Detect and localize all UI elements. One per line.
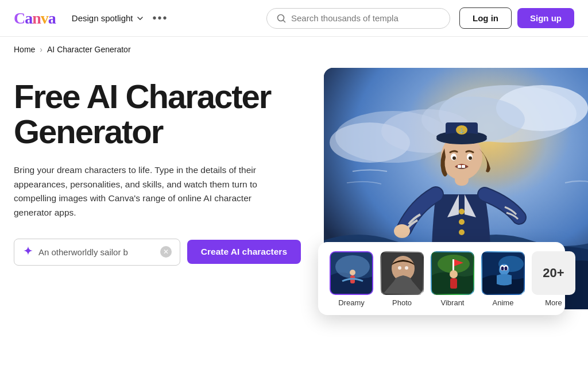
svg-rect-43 — [450, 278, 457, 289]
signup-button[interactable]: Sign up — [517, 8, 574, 28]
style-item-anime[interactable]: Anime — [481, 251, 525, 307]
svg-point-35 — [392, 256, 415, 281]
svg-point-50 — [501, 267, 504, 271]
style-item-more[interactable]: 20+ More — [532, 251, 575, 307]
breadcrumb-chevron: › — [40, 45, 42, 54]
styles-row: Dreamy — [330, 251, 554, 307]
style-thumb-vibrant[interactable] — [431, 251, 474, 295]
prompt-input-wrap[interactable]: ✕ — [14, 239, 180, 266]
left-column: Free AI Character Generator Bring your d… — [14, 68, 301, 266]
svg-rect-30 — [331, 252, 373, 295]
login-button[interactable]: Log in — [459, 7, 512, 29]
style-label-anime: Anime — [493, 298, 514, 307]
header: Canva Design spotlight ••• Log in Sign u… — [0, 0, 588, 37]
styles-card: Dreamy — [318, 242, 565, 315]
svg-point-32 — [350, 270, 355, 275]
svg-point-15 — [459, 229, 465, 235]
svg-point-27 — [469, 156, 472, 160]
style-thumb-dreamy[interactable] — [330, 251, 373, 295]
breadcrumb-current: AI Character Generator — [47, 45, 131, 54]
breadcrumb-home[interactable]: Home — [14, 45, 35, 54]
nav-more-dots[interactable]: ••• — [153, 11, 168, 25]
svg-text:⚓: ⚓ — [459, 128, 465, 133]
svg-point-49 — [504, 265, 508, 271]
svg-point-36 — [398, 266, 401, 270]
input-row: ✕ Create AI characters — [14, 239, 301, 266]
svg-point-51 — [505, 267, 508, 271]
svg-point-45 — [498, 256, 524, 272]
svg-rect-38 — [432, 252, 474, 295]
right-column: ⚓ — [324, 68, 588, 309]
svg-point-13 — [459, 209, 465, 214]
svg-point-48 — [500, 265, 505, 271]
svg-point-39 — [438, 255, 470, 273]
search-bar[interactable] — [266, 8, 450, 29]
svg-rect-29 — [462, 165, 465, 168]
svg-point-47 — [499, 264, 509, 275]
style-label-photo: Photo — [392, 298, 412, 307]
svg-point-37 — [405, 266, 408, 270]
svg-point-42 — [450, 270, 458, 278]
svg-point-0 — [278, 14, 284, 21]
svg-point-16 — [394, 224, 410, 238]
svg-rect-28 — [458, 165, 461, 168]
svg-point-14 — [459, 219, 465, 225]
style-item-dreamy[interactable]: Dreamy — [330, 251, 373, 307]
page-title: Free AI Character Generator — [14, 79, 301, 149]
canva-logo[interactable]: Canva — [14, 9, 56, 28]
svg-point-26 — [452, 156, 456, 160]
breadcrumb: Home › AI Character Generator — [0, 37, 588, 62]
svg-rect-34 — [381, 252, 424, 295]
main-content: Free AI Character Generator Bring your d… — [0, 62, 588, 309]
page-description: Bring your dream characters to life. Typ… — [14, 163, 278, 220]
search-icon — [276, 13, 287, 24]
create-button[interactable]: Create AI characters — [187, 240, 301, 264]
style-item-photo[interactable]: Photo — [380, 251, 424, 307]
nav-spotlight[interactable]: Design spotlight — [72, 13, 144, 23]
svg-point-46 — [500, 264, 508, 273]
prompt-input[interactable] — [38, 247, 156, 257]
svg-rect-44 — [482, 252, 525, 295]
style-label-dreamy: Dreamy — [338, 298, 365, 307]
clear-input-button[interactable]: ✕ — [160, 246, 172, 258]
style-thumb-photo[interactable] — [380, 251, 424, 295]
style-thumb-anime[interactable] — [481, 251, 525, 295]
style-label-vibrant: Vibrant — [441, 298, 465, 307]
style-more-thumb[interactable]: 20+ — [532, 251, 575, 295]
svg-rect-40 — [452, 259, 454, 271]
svg-point-31 — [335, 255, 370, 278]
chevron-down-icon — [137, 15, 144, 22]
style-item-vibrant[interactable]: Vibrant — [431, 251, 474, 307]
search-input[interactable] — [291, 13, 440, 23]
style-label-more: More — [545, 298, 562, 307]
sparkle-icon — [22, 245, 34, 259]
svg-marker-41 — [454, 259, 463, 266]
svg-rect-33 — [350, 275, 355, 283]
